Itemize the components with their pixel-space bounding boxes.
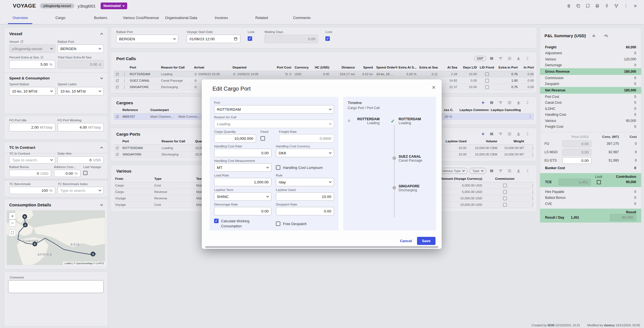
lock-icon[interactable]	[233, 72, 236, 76]
cargo-quantity-input[interactable]: 10,000.000	[214, 134, 256, 143]
cancel-button[interactable]: Cancel	[400, 239, 412, 243]
commission-checkbox[interactable]	[503, 197, 507, 200]
rule-select[interactable]: /day	[276, 178, 334, 186]
tc-contract-select[interactable]: Type to search.	[9, 156, 55, 164]
columns-icon[interactable]	[488, 167, 495, 174]
row-menu-icon[interactable]: ⋮	[529, 183, 536, 188]
open-row-icon[interactable]	[115, 79, 119, 82]
last-voyage-checkbox[interactable]	[83, 171, 87, 175]
open-row-icon[interactable]	[115, 72, 119, 76]
ld-fixed-checkbox[interactable]	[485, 85, 489, 89]
integrations-icon[interactable]	[613, 2, 620, 10]
tce-lock-checkbox[interactable]	[597, 180, 601, 184]
tab-various-cost-revenue[interactable]: Various Cost/Revenue	[121, 12, 161, 24]
sort-icon[interactable]	[524, 99, 531, 106]
map-marker-b[interactable]: B	[22, 214, 27, 219]
status-badge[interactable]: Nominated	[101, 3, 127, 9]
filter-icon[interactable]	[497, 99, 504, 106]
handling-cost-currency-select[interactable]: DKK	[276, 149, 334, 157]
collapse-speed-icon[interactable]	[100, 76, 103, 79]
tc-benchmark-index-select[interactable]: Type to search.	[58, 187, 104, 194]
map-fullscreen-button[interactable]	[9, 229, 16, 236]
ballast-bonus-input[interactable]: 0USD	[9, 170, 51, 177]
sort-icon[interactable]	[524, 55, 531, 62]
commission-checkbox[interactable]	[503, 184, 507, 187]
more-menu-icon[interactable]: ⋮	[622, 2, 629, 10]
drag-handle-icon[interactable]: =	[348, 118, 350, 123]
gmt-chip[interactable]: GMT	[474, 56, 486, 61]
columns-icon[interactable]	[488, 130, 495, 138]
laytime-term-select[interactable]: SHINC	[214, 192, 271, 201]
filter-icon[interactable]	[497, 55, 504, 62]
fixed-checkbox[interactable]	[261, 136, 265, 141]
bar-chart-icon[interactable]	[590, 32, 598, 39]
commission-checkbox[interactable]	[503, 203, 507, 207]
lock-icon[interactable]	[194, 85, 197, 89]
address-com-input[interactable]: 0.00%	[54, 170, 80, 177]
vessel-chip[interactable]: y3tsgioe4g-vessel	[40, 3, 74, 8]
demurrage-rate-input[interactable]: 0.00	[214, 207, 271, 215]
handling-cost-lumpsum-checkbox[interactable]	[276, 165, 280, 170]
row-menu-icon[interactable]: ⋮	[529, 152, 536, 157]
speed-laden-select[interactable]: 10 kn, 10 MT/d	[58, 87, 104, 95]
row-menu-icon[interactable]: ⋮	[527, 114, 534, 119]
timeline-port-call-item[interactable]: ROTTERDAM Loading	[399, 117, 421, 125]
save-button[interactable]: Save	[417, 237, 435, 245]
voyage-map[interactable]: EUROPE ASIA AFRICA B 1 2 3 + − Leaflet |…	[7, 210, 105, 265]
row-menu-icon[interactable]: ⋮	[121, 85, 128, 89]
close-icon[interactable]: ×	[632, 2, 639, 10]
tab-organisational-data[interactable]: Organisational Data	[161, 12, 201, 24]
row-menu-icon[interactable]: ⋮	[121, 72, 128, 76]
calculate-working-consumption-checkbox[interactable]: ✓	[214, 219, 219, 223]
history-icon[interactable]	[285, 72, 288, 76]
fo-port-working-input[interactable]: 4.00MT/day	[58, 123, 104, 131]
percent-extra-input[interactable]: 5.00%	[9, 60, 55, 69]
pin-icon[interactable]	[603, 2, 610, 10]
download-icon[interactable]	[515, 167, 522, 174]
tab-comments[interactable]: Comments	[282, 12, 322, 24]
port-call-row[interactable]: ⋮ ROTTERDAM Loading 03/06/23 20:05 14/06…	[113, 71, 534, 77]
various-type-filter-chip[interactable]: Various Type	[439, 168, 468, 174]
tce-input[interactable]: 1,451	[558, 179, 591, 185]
density-icon[interactable]	[506, 99, 513, 106]
external-link-icon[interactable]	[20, 40, 23, 43]
density-icon[interactable]	[506, 55, 513, 62]
download-icon[interactable]	[515, 130, 522, 138]
handling-cost-rate-input[interactable]: 0.00	[214, 149, 271, 157]
filter-icon[interactable]	[497, 130, 504, 138]
row-menu-icon[interactable]: ⋮	[529, 196, 536, 200]
download-icon[interactable]	[515, 55, 522, 62]
collapse-tc-icon[interactable]	[100, 147, 103, 150]
row-menu-icon[interactable]: ⋮	[529, 202, 536, 207]
density-icon[interactable]	[506, 130, 513, 138]
open-row-icon[interactable]	[115, 153, 119, 156]
commission-checkbox[interactable]	[503, 190, 507, 194]
lock-icon[interactable]	[194, 79, 197, 82]
dialog-close-icon[interactable]: ×	[432, 84, 435, 91]
type-filter-chip[interactable]: Type	[469, 168, 486, 174]
voyage-start-date-input[interactable]: 01/06/23 12:00	[187, 35, 240, 43]
add-cargo-button[interactable]: +	[480, 100, 486, 106]
fo-port-idle-input[interactable]: 2.00MT/day	[9, 123, 55, 131]
dialog-scrollbar[interactable]	[205, 246, 438, 248]
analytics-icon[interactable]	[602, 32, 609, 39]
logbook-icon[interactable]	[584, 2, 591, 10]
collapse-consumption-icon[interactable]	[100, 203, 103, 206]
open-row-icon[interactable]	[115, 115, 119, 119]
speed-ballast-select[interactable]: 10 kn, 10 MT/d	[9, 87, 55, 95]
filter-icon[interactable]	[497, 167, 504, 174]
daily-hire-input[interactable]: 0USD	[58, 156, 104, 164]
map-marker-1[interactable]: 1	[23, 223, 28, 227]
lock-icon[interactable]	[194, 72, 197, 76]
euets-price-input[interactable]: 0.00	[562, 157, 591, 164]
load-rate-input[interactable]: 1,000.00	[214, 178, 271, 186]
collapse-icon[interactable]	[524, 167, 531, 174]
handling-cost-measurement-select[interactable]: MT	[214, 163, 271, 172]
lock-voyage-start-checkbox[interactable]: ✓	[248, 36, 252, 41]
print-icon[interactable]	[594, 2, 601, 10]
row-menu-icon[interactable]: ⋮	[529, 146, 536, 150]
open-row-icon[interactable]	[115, 85, 119, 89]
tab-invoices[interactable]: Invoices	[201, 12, 242, 24]
map-zoom-in-button[interactable]: +	[9, 213, 16, 220]
lock-waiting-days-checkbox[interactable]: ✓	[325, 36, 330, 41]
